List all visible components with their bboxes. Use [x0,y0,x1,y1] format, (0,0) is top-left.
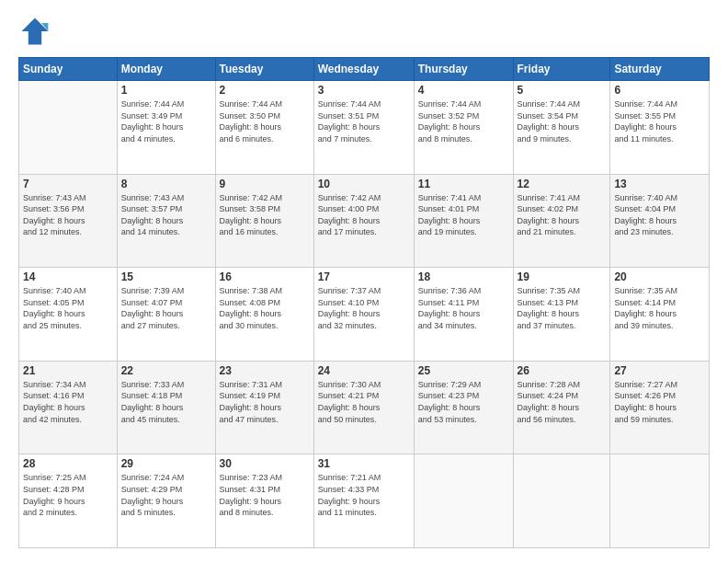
day-number: 15 [121,270,211,283]
day-number: 23 [220,364,310,377]
calendar-day-cell: 27Sunrise: 7:27 AM Sunset: 4:26 PM Dayli… [610,361,710,454]
calendar-week-row: 14Sunrise: 7:40 AM Sunset: 4:05 PM Dayli… [19,268,710,362]
day-info: Sunrise: 7:21 AM Sunset: 4:33 PM Dayligh… [318,472,410,518]
calendar-day-cell: 17Sunrise: 7:37 AM Sunset: 4:10 PM Dayli… [313,268,414,362]
day-info: Sunrise: 7:44 AM Sunset: 3:54 PM Dayligh… [518,98,607,144]
day-info: Sunrise: 7:28 AM Sunset: 4:24 PM Dayligh… [518,379,607,425]
day-info: Sunrise: 7:24 AM Sunset: 4:29 PM Dayligh… [121,472,211,518]
calendar-day-cell: 6Sunrise: 7:44 AM Sunset: 3:55 PM Daylig… [610,81,710,175]
calendar-day-cell [19,81,118,175]
day-number: 29 [121,457,211,470]
day-info: Sunrise: 7:44 AM Sunset: 3:49 PM Dayligh… [121,98,211,144]
day-info: Sunrise: 7:44 AM Sunset: 3:52 PM Dayligh… [418,98,509,144]
day-info: Sunrise: 7:33 AM Sunset: 4:18 PM Dayligh… [121,379,211,425]
day-info: Sunrise: 7:44 AM Sunset: 3:55 PM Dayligh… [614,98,705,144]
calendar-day-cell [414,454,513,548]
day-info: Sunrise: 7:25 AM Sunset: 4:28 PM Dayligh… [23,472,113,518]
day-info: Sunrise: 7:43 AM Sunset: 3:56 PM Dayligh… [23,192,113,238]
day-info: Sunrise: 7:43 AM Sunset: 3:57 PM Dayligh… [121,192,211,238]
calendar-day-cell: 23Sunrise: 7:31 AM Sunset: 4:19 PM Dayli… [215,361,313,454]
day-number: 17 [318,270,410,283]
day-info: Sunrise: 7:42 AM Sunset: 4:00 PM Dayligh… [318,192,410,238]
day-number: 9 [220,178,310,190]
calendar-day-cell: 5Sunrise: 7:44 AM Sunset: 3:54 PM Daylig… [513,81,610,175]
calendar-day-cell: 12Sunrise: 7:41 AM Sunset: 4:02 PM Dayli… [513,174,610,268]
day-info: Sunrise: 7:31 AM Sunset: 4:19 PM Dayligh… [220,379,310,425]
calendar-day-cell: 29Sunrise: 7:24 AM Sunset: 4:29 PM Dayli… [117,454,215,548]
day-info: Sunrise: 7:30 AM Sunset: 4:21 PM Dayligh… [318,379,410,425]
calendar-week-row: 7Sunrise: 7:43 AM Sunset: 3:56 PM Daylig… [19,174,710,268]
logo-icon [18,15,51,48]
day-number: 26 [518,364,607,377]
day-number: 19 [518,270,607,283]
day-number: 10 [318,178,410,190]
calendar-day-cell: 31Sunrise: 7:21 AM Sunset: 4:33 PM Dayli… [313,454,414,548]
weekday-header-tuesday: Tuesday [215,58,313,81]
svg-marker-0 [22,18,49,45]
day-info: Sunrise: 7:37 AM Sunset: 4:10 PM Dayligh… [318,285,410,331]
day-info: Sunrise: 7:41 AM Sunset: 4:01 PM Dayligh… [418,192,509,238]
day-info: Sunrise: 7:35 AM Sunset: 4:14 PM Dayligh… [614,285,705,331]
day-number: 6 [614,84,705,97]
calendar-day-cell: 14Sunrise: 7:40 AM Sunset: 4:05 PM Dayli… [19,268,118,362]
day-info: Sunrise: 7:29 AM Sunset: 4:23 PM Dayligh… [418,379,509,425]
calendar-day-cell: 9Sunrise: 7:42 AM Sunset: 3:58 PM Daylig… [215,174,313,268]
day-info: Sunrise: 7:34 AM Sunset: 4:16 PM Dayligh… [23,379,113,425]
calendar-day-cell: 7Sunrise: 7:43 AM Sunset: 3:56 PM Daylig… [19,174,118,268]
day-number: 20 [614,270,705,283]
day-number: 22 [121,364,211,377]
day-number: 28 [23,457,113,470]
calendar-week-row: 1Sunrise: 7:44 AM Sunset: 3:49 PM Daylig… [19,81,710,175]
calendar-week-row: 28Sunrise: 7:25 AM Sunset: 4:28 PM Dayli… [19,454,710,548]
calendar-day-cell: 15Sunrise: 7:39 AM Sunset: 4:07 PM Dayli… [117,268,215,362]
calendar-day-cell: 25Sunrise: 7:29 AM Sunset: 4:23 PM Dayli… [414,361,513,454]
day-info: Sunrise: 7:42 AM Sunset: 3:58 PM Dayligh… [220,192,310,238]
day-number: 21 [23,364,113,377]
header [18,15,710,48]
calendar-day-cell: 3Sunrise: 7:44 AM Sunset: 3:51 PM Daylig… [313,81,414,175]
day-number: 7 [23,178,113,190]
day-number: 8 [121,178,211,190]
day-number: 30 [220,457,310,470]
calendar-day-cell: 8Sunrise: 7:43 AM Sunset: 3:57 PM Daylig… [117,174,215,268]
calendar-day-cell: 1Sunrise: 7:44 AM Sunset: 3:49 PM Daylig… [117,81,215,175]
day-info: Sunrise: 7:40 AM Sunset: 4:05 PM Dayligh… [23,285,113,331]
calendar-day-cell: 13Sunrise: 7:40 AM Sunset: 4:04 PM Dayli… [610,174,710,268]
day-number: 4 [418,84,509,97]
day-info: Sunrise: 7:41 AM Sunset: 4:02 PM Dayligh… [518,192,607,238]
calendar-day-cell: 11Sunrise: 7:41 AM Sunset: 4:01 PM Dayli… [414,174,513,268]
weekday-header-sunday: Sunday [19,58,118,81]
calendar-week-row: 21Sunrise: 7:34 AM Sunset: 4:16 PM Dayli… [19,361,710,454]
day-number: 14 [23,270,113,283]
day-info: Sunrise: 7:40 AM Sunset: 4:04 PM Dayligh… [614,192,705,238]
day-number: 12 [518,178,607,190]
day-number: 5 [518,84,607,97]
day-number: 3 [318,84,410,97]
day-info: Sunrise: 7:35 AM Sunset: 4:13 PM Dayligh… [518,285,607,331]
calendar-day-cell: 2Sunrise: 7:44 AM Sunset: 3:50 PM Daylig… [215,81,313,175]
day-info: Sunrise: 7:38 AM Sunset: 4:08 PM Dayligh… [220,285,310,331]
calendar-day-cell [610,454,710,548]
calendar-day-cell: 16Sunrise: 7:38 AM Sunset: 4:08 PM Dayli… [215,268,313,362]
day-info: Sunrise: 7:39 AM Sunset: 4:07 PM Dayligh… [121,285,211,331]
day-number: 24 [318,364,410,377]
logo [18,15,57,48]
calendar-day-cell: 21Sunrise: 7:34 AM Sunset: 4:16 PM Dayli… [19,361,118,454]
day-number: 1 [121,84,211,97]
day-info: Sunrise: 7:23 AM Sunset: 4:31 PM Dayligh… [220,472,310,518]
day-info: Sunrise: 7:36 AM Sunset: 4:11 PM Dayligh… [418,285,509,331]
calendar-day-cell: 22Sunrise: 7:33 AM Sunset: 4:18 PM Dayli… [117,361,215,454]
day-number: 25 [418,364,509,377]
weekday-header-thursday: Thursday [414,58,513,81]
weekday-header-friday: Friday [513,58,610,81]
calendar-day-cell: 19Sunrise: 7:35 AM Sunset: 4:13 PM Dayli… [513,268,610,362]
calendar-day-cell: 28Sunrise: 7:25 AM Sunset: 4:28 PM Dayli… [19,454,118,548]
day-number: 11 [418,178,509,190]
calendar-day-cell: 30Sunrise: 7:23 AM Sunset: 4:31 PM Dayli… [215,454,313,548]
day-number: 16 [220,270,310,283]
day-number: 13 [614,178,705,190]
calendar-day-cell: 20Sunrise: 7:35 AM Sunset: 4:14 PM Dayli… [610,268,710,362]
calendar-day-cell: 10Sunrise: 7:42 AM Sunset: 4:00 PM Dayli… [313,174,414,268]
day-info: Sunrise: 7:44 AM Sunset: 3:50 PM Dayligh… [220,98,310,144]
calendar-table: SundayMondayTuesdayWednesdayThursdayFrid… [18,57,710,548]
